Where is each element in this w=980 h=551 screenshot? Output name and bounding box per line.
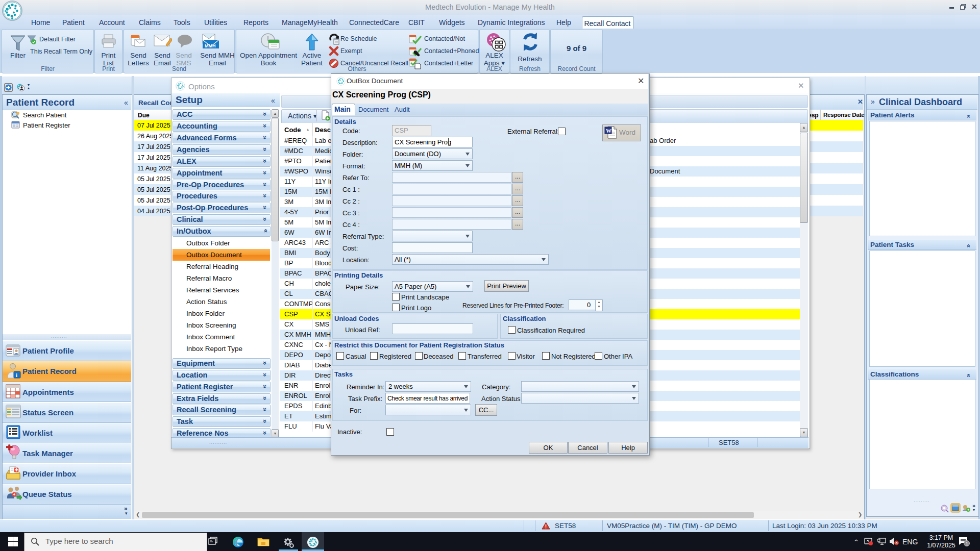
svg-text:W: W	[606, 128, 611, 134]
svg-text:1: 1	[966, 541, 968, 546]
svg-text:i: i	[16, 372, 17, 378]
svg-text:MMH: MMH	[205, 43, 216, 48]
